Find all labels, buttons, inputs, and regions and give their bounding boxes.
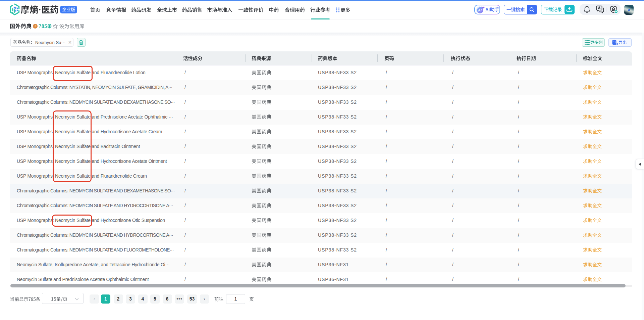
- svg-text:AI: AI: [478, 8, 482, 12]
